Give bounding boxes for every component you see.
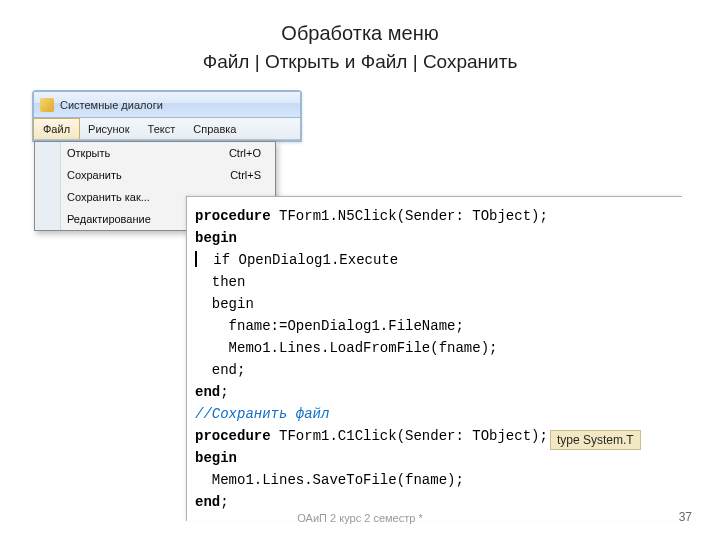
code-line: if OpenDialog1.Execute (195, 249, 678, 271)
code-line: Memo1.Lines.SaveToFile(fname); (195, 469, 678, 491)
code-line: Memo1.Lines.LoadFromFile(fname); (195, 337, 678, 359)
titlebar: Системные диалоги (34, 92, 300, 118)
window-title: Системные диалоги (60, 99, 163, 111)
dropdown-item-save[interactable]: Сохранить Ctrl+S (35, 164, 275, 186)
code-line: procedure TForm1.N5Click(Sender: TObject… (195, 205, 678, 227)
code-line: //Сохранить файл (195, 403, 678, 425)
code-line: end; (195, 359, 678, 381)
footer-center: ОАиП 2 курс 2 семестр * (297, 512, 422, 524)
code-line: begin (195, 447, 678, 469)
code-line: then (195, 271, 678, 293)
dropdown-shortcut: Ctrl+S (230, 169, 261, 181)
app-icon (40, 98, 54, 112)
menubar-item-help[interactable]: Справка (184, 118, 245, 139)
menubar: Файл Рисунок Текст Справка (34, 118, 300, 140)
dropdown-label: Редактирование (67, 213, 151, 225)
dropdown-shortcut: Ctrl+O (229, 147, 261, 159)
dropdown-label: Сохранить (67, 169, 122, 181)
menubar-item-picture[interactable]: Рисунок (79, 118, 139, 139)
code-line: begin (195, 227, 678, 249)
code-block: procedure TForm1.N5Click(Sender: TObject… (186, 196, 682, 521)
code-line: begin (195, 293, 678, 315)
dropdown-label: Сохранить как... (67, 191, 150, 203)
slide-title: Обработка меню (0, 22, 720, 45)
slide-subtitle: Файл | Открыть и Файл | Сохранить (0, 51, 720, 73)
code-line: end; (195, 491, 678, 513)
code-line: end; (195, 381, 678, 403)
dropdown-item-open[interactable]: Открыть Ctrl+O (35, 142, 275, 164)
menubar-item-text[interactable]: Текст (139, 118, 185, 139)
dropdown-label: Открыть (67, 147, 110, 159)
app-window: Системные диалоги Файл Рисунок Текст Спр… (32, 90, 302, 142)
code-line: fname:=OpenDialog1.FileName; (195, 315, 678, 337)
footer-page-number: 37 (679, 510, 692, 524)
menubar-item-file[interactable]: Файл (33, 118, 80, 139)
tooltip: type System.T (550, 430, 641, 450)
